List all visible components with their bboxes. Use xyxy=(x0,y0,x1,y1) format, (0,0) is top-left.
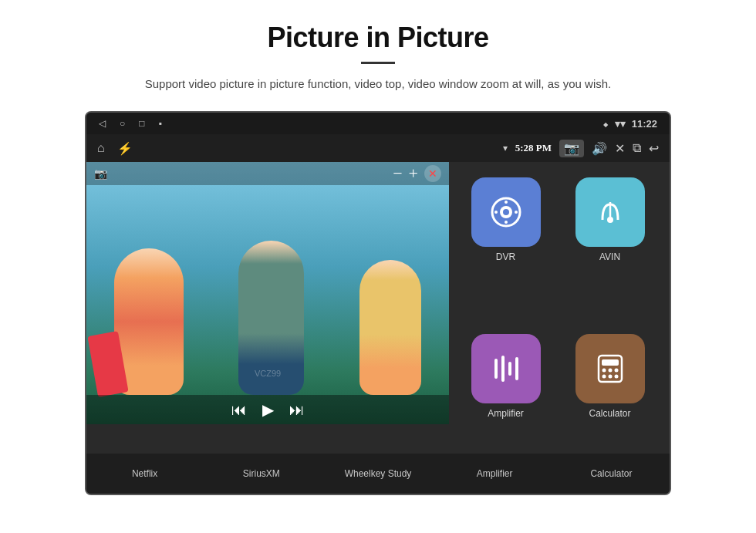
pip-plus[interactable]: + xyxy=(409,165,418,182)
avin-app[interactable]: AVIN xyxy=(565,177,654,322)
calculator-label: Calculator xyxy=(589,408,630,419)
next-button[interactable]: ⏭ xyxy=(289,401,305,419)
right-apps-grid: DVR AVIN xyxy=(446,162,670,494)
back-nav-icon[interactable]: ↩ xyxy=(649,141,659,156)
svg-point-5 xyxy=(494,211,498,214)
amplifier-label: Amplifier xyxy=(488,408,524,419)
status-bar: ◁ ○ □ ▪ ⬥ ▾▾ 11:22 xyxy=(86,113,670,134)
clock: 11:22 xyxy=(632,118,657,130)
pip-icon[interactable]: ⧉ xyxy=(633,141,641,155)
svg-point-17 xyxy=(614,369,618,373)
svg-rect-9 xyxy=(494,359,498,379)
svg-point-7 xyxy=(607,217,613,223)
pip-camera-icon: 📷 xyxy=(94,167,107,180)
svg-rect-10 xyxy=(501,356,505,382)
svg-point-4 xyxy=(505,221,508,224)
svg-point-3 xyxy=(505,201,508,204)
bottom-wheelkey: Wheelkey Study xyxy=(319,468,436,479)
avin-icon xyxy=(575,177,645,247)
main-area: 📷 − + ✕ VCZ99 ⏮ xyxy=(86,162,670,494)
nav-bar-right: ▾ 5:28 PM 📷 🔊 ✕ ⧉ ↩ xyxy=(503,140,659,157)
page-header: Picture in Picture Support video picture… xyxy=(0,0,756,103)
status-bar-right: ⬥ ▾▾ 11:22 xyxy=(602,118,657,130)
svg-rect-12 xyxy=(515,357,518,380)
dvr-label: DVR xyxy=(496,251,515,262)
wifi-icon: ▾▾ xyxy=(615,118,626,130)
dvr-icon xyxy=(471,177,541,247)
nav-bar-left: ⌂ ⚡ xyxy=(97,141,133,156)
pip-close-button[interactable]: ✕ xyxy=(424,165,441,182)
pip-window[interactable]: 📷 − + ✕ VCZ99 ⏮ xyxy=(86,162,449,424)
watermark: VCZ99 xyxy=(255,369,281,378)
usb-icon: ⚡ xyxy=(117,141,133,156)
home-icon[interactable]: ○ xyxy=(120,118,125,129)
svg-point-16 xyxy=(608,369,612,373)
bottom-amplifier: Amplifier xyxy=(437,468,553,479)
person-3 xyxy=(359,260,421,395)
pip-top-bar: 📷 − + ✕ xyxy=(86,162,449,185)
svg-point-18 xyxy=(602,375,606,379)
status-bar-left: ◁ ○ □ ▪ xyxy=(99,118,162,129)
svg-point-19 xyxy=(608,375,612,379)
page-title: Picture in Picture xyxy=(62,22,694,54)
calculator-icon xyxy=(575,334,645,403)
pip-minus[interactable]: − xyxy=(393,165,402,182)
prev-button[interactable]: ⏮ xyxy=(231,401,247,419)
page-subtitle: Support video picture in picture functio… xyxy=(116,75,640,93)
home-nav-icon[interactable]: ⌂ xyxy=(97,141,105,155)
svg-point-20 xyxy=(614,375,618,379)
svg-point-15 xyxy=(602,369,606,373)
svg-point-6 xyxy=(515,211,518,214)
back-icon[interactable]: ◁ xyxy=(99,118,106,129)
pip-resize-controls: − + ✕ xyxy=(393,165,441,182)
bottom-labels-bar: Netflix SiriusXM Wheelkey Study Amplifie… xyxy=(86,454,670,494)
bottom-siriusxm: SiriusXM xyxy=(203,468,319,479)
svg-rect-14 xyxy=(602,359,619,366)
close-icon[interactable]: ✕ xyxy=(615,141,625,156)
dvr-app[interactable]: DVR xyxy=(461,177,550,322)
play-button[interactable]: ▶ xyxy=(262,400,274,419)
pip-playback-controls: ⏮ ▶ ⏭ xyxy=(86,395,449,424)
svg-rect-11 xyxy=(508,362,511,376)
volume-icon[interactable]: 🔊 xyxy=(592,141,607,156)
device-frame: ◁ ○ □ ▪ ⬥ ▾▾ 11:22 ⌂ ⚡ ▾ 5:28 PM 📷 🔊 xyxy=(85,111,671,495)
menu-icon[interactable]: ▪ xyxy=(159,118,162,129)
camera-icon[interactable]: 📷 xyxy=(559,140,584,157)
location-icon: ⬥ xyxy=(602,118,609,130)
recents-icon[interactable]: □ xyxy=(139,118,144,129)
wifi-nav-icon: ▾ xyxy=(503,143,508,154)
nav-time: 5:28 PM xyxy=(515,142,552,154)
avin-label: AVIN xyxy=(599,251,620,262)
title-divider xyxy=(361,62,395,64)
amplifier-icon xyxy=(471,334,541,403)
svg-point-2 xyxy=(503,209,509,215)
nav-bar: ⌂ ⚡ ▾ 5:28 PM 📷 🔊 ✕ ⧉ ↩ xyxy=(86,134,670,162)
bottom-calculator: Calculator xyxy=(553,468,670,479)
bottom-netflix: Netflix xyxy=(86,468,203,479)
page-wrapper: Picture in Picture Support video picture… xyxy=(0,0,756,495)
